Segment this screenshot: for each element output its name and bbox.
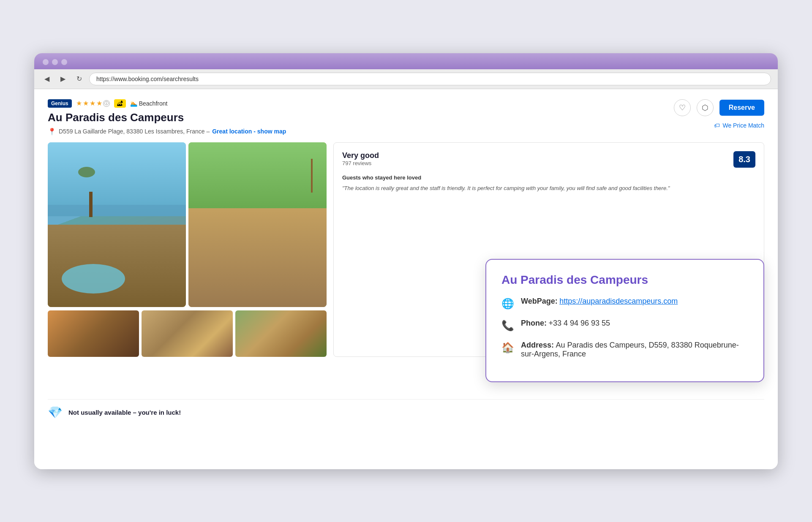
back-button[interactable]: ◀ — [41, 73, 53, 85]
main-images-row — [48, 142, 327, 307]
webpage-label: WebPage: — [521, 297, 558, 305]
popup-card: Au Paradis des Campeurs 🌐 WebPage: https… — [485, 259, 764, 382]
address-bar[interactable] — [89, 73, 771, 85]
header-actions: ♡ ⬡ Reserve — [674, 99, 764, 116]
popup-address-content: Address: Au Paradis des Campeurs, D559, … — [521, 341, 748, 359]
tag-icon: 🏷 — [714, 122, 720, 129]
availability-text: Not usually available – you're in luck! — [68, 409, 181, 416]
show-map-link[interactable]: Great location - show map — [212, 128, 286, 135]
genius-badge: Genius — [48, 99, 72, 108]
review-section: Guests who stayed here loved "The locati… — [342, 174, 755, 193]
browser-toolbar: ◀ ▶ ↻ — [34, 69, 778, 89]
star-3: ★ — [90, 99, 95, 107]
main-section: Very good 797 reviews 8.3 Guests who sta… — [48, 142, 764, 357]
stars-info-icon[interactable]: ⓘ — [103, 100, 110, 107]
heart-icon: ♡ — [679, 103, 686, 112]
thumbnail-1[interactable] — [48, 310, 139, 357]
rating-count: 797 reviews — [342, 160, 379, 166]
address-value: Au Paradis des Campeurs, D559, 83380 Roq… — [521, 341, 739, 358]
phone-value: +33 4 94 96 93 55 — [548, 319, 610, 327]
badges-row: Genius ★ ★ ★ ★ ⓘ 🏕 🏊 Beachfront — [48, 99, 286, 108]
availability-bar: 💎 Not usually available – you're in luck… — [48, 399, 764, 425]
beachfront-badge: 🏊 Beachfront — [130, 100, 168, 107]
popup-webpage-content: WebPage: https://auparadisdescampeurs.co… — [521, 297, 678, 306]
thumbnail-3[interactable] — [235, 310, 327, 357]
star-4: ★ — [96, 99, 102, 107]
beachfront-label: Beachfront — [139, 100, 168, 107]
property-header: Genius ★ ★ ★ ★ ⓘ 🏕 🏊 Beachfront A — [48, 99, 764, 136]
popup-webpage-row: 🌐 WebPage: https://auparadisdescampeurs.… — [501, 297, 748, 310]
address-text: D559 La Gaillarde Plage, 83380 Les Issam… — [59, 128, 210, 135]
rating-info: Very good 797 reviews — [342, 151, 379, 166]
webpage-link[interactable]: https://auparadisdescampeurs.com — [559, 297, 678, 305]
traffic-light-minimize[interactable] — [52, 59, 58, 65]
refresh-button[interactable]: ↻ — [73, 73, 85, 85]
gallery-section — [48, 142, 327, 357]
main-image-right[interactable] — [188, 142, 327, 307]
phone-icon: 📞 — [501, 320, 514, 332]
map-pin-icon: 📍 — [48, 128, 56, 136]
review-text: "The location is really great and the st… — [342, 184, 755, 193]
star-2: ★ — [83, 99, 89, 107]
home-icon: 🏠 — [501, 342, 514, 353]
beachfront-icon: 🏊 — [130, 100, 137, 107]
address-label: Address: — [521, 341, 554, 349]
rating-top: Very good 797 reviews 8.3 — [342, 151, 755, 168]
globe-icon: 🌐 — [501, 298, 514, 310]
traffic-light-maximize[interactable] — [61, 59, 67, 65]
rating-score: 8.3 — [733, 151, 755, 168]
share-button[interactable]: ⬡ — [697, 99, 714, 116]
header-left: Genius ★ ★ ★ ★ ⓘ 🏕 🏊 Beachfront A — [48, 99, 286, 136]
wishlist-button[interactable]: ♡ — [674, 99, 691, 116]
traffic-lights — [43, 59, 67, 65]
popup-title: Au Paradis des Campeurs — [501, 273, 748, 287]
property-address: 📍 D559 La Gaillarde Plage, 83380 Les Iss… — [48, 128, 286, 136]
browser-titlebar — [34, 53, 778, 69]
header-right: ♡ ⬡ Reserve 🏷 We Price Match — [674, 99, 764, 129]
popup-address-row: 🏠 Address: Au Paradis des Campeurs, D559… — [501, 341, 748, 359]
traffic-light-close[interactable] — [43, 59, 49, 65]
rating-label: Very good — [342, 151, 379, 160]
guests-loved-title: Guests who stayed here loved — [342, 174, 755, 181]
reserve-button[interactable]: Reserve — [719, 100, 764, 116]
stars: ★ ★ ★ ★ ⓘ — [76, 99, 110, 107]
property-type-badge: 🏕 — [114, 99, 126, 108]
price-match[interactable]: 🏷 We Price Match — [714, 122, 764, 129]
page-content: Genius ★ ★ ★ ★ ⓘ 🏕 🏊 Beachfront A — [34, 89, 778, 469]
property-title: Au Paradis des Campeurs — [48, 111, 286, 124]
price-match-label: We Price Match — [722, 122, 764, 129]
popup-phone-row: 📞 Phone: +33 4 94 96 93 55 — [501, 319, 748, 332]
diamond-icon: 💎 — [48, 405, 63, 419]
share-icon: ⬡ — [702, 103, 708, 112]
forward-button[interactable]: ▶ — [57, 73, 69, 85]
browser-window: ◀ ▶ ↻ Genius ★ ★ ★ ★ ⓘ 🏕 — [34, 53, 778, 469]
main-image-left[interactable] — [48, 142, 186, 307]
popup-phone-content: Phone: +33 4 94 96 93 55 — [521, 319, 610, 328]
star-1: ★ — [76, 99, 82, 107]
phone-label: Phone: — [521, 319, 547, 327]
thumbnail-row — [48, 310, 327, 357]
thumbnail-2[interactable] — [142, 310, 233, 357]
